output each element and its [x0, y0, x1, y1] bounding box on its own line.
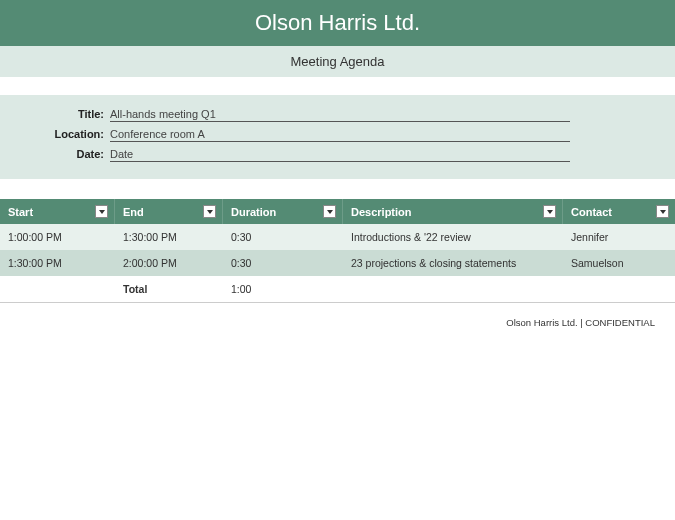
cell-description: 23 projections & closing statements — [343, 250, 563, 276]
cell-total-contact — [563, 276, 675, 302]
meta-value-date[interactable]: Date — [110, 148, 570, 162]
filter-dropdown-icon[interactable] — [656, 205, 669, 218]
table-row[interactable]: 1:00:00 PM 1:30:00 PM 0:30 Introductions… — [0, 224, 675, 250]
col-header-start: Start — [0, 199, 115, 224]
col-header-end: End — [115, 199, 223, 224]
col-header-duration: Duration — [223, 199, 343, 224]
col-header-description-label: Description — [351, 206, 412, 218]
cell-description: Introductions & '22 review — [343, 224, 563, 250]
col-header-duration-label: Duration — [231, 206, 276, 218]
page-subtitle: Meeting Agenda — [0, 46, 675, 77]
cell-contact: Jennifer — [563, 224, 675, 250]
agenda-table: Start End Duration Description Contact 1… — [0, 199, 675, 303]
meta-row-location: Location: Conference room A — [0, 125, 675, 145]
meta-label-date: Date: — [0, 148, 110, 160]
col-header-start-label: Start — [8, 206, 33, 218]
meta-row-date: Date: Date — [0, 145, 675, 165]
col-header-end-label: End — [123, 206, 144, 218]
filter-dropdown-icon[interactable] — [543, 205, 556, 218]
cell-total-duration: 1:00 — [223, 276, 343, 302]
col-header-contact: Contact — [563, 199, 675, 224]
meta-row-title: Title: All-hands meeting Q1 — [0, 105, 675, 125]
cell-end: 1:30:00 PM — [115, 224, 223, 250]
meta-label-location: Location: — [0, 128, 110, 140]
table-row[interactable]: 1:30:00 PM 2:00:00 PM 0:30 23 projection… — [0, 250, 675, 276]
cell-total-desc — [343, 276, 563, 302]
cell-duration: 0:30 — [223, 250, 343, 276]
meeting-meta-block: Title: All-hands meeting Q1 Location: Co… — [0, 95, 675, 179]
cell-start: 1:30:00 PM — [0, 250, 115, 276]
col-header-contact-label: Contact — [571, 206, 612, 218]
cell-start: 1:00:00 PM — [0, 224, 115, 250]
cell-total-start — [0, 276, 115, 302]
meta-value-location[interactable]: Conference room A — [110, 128, 570, 142]
table-total-row: Total 1:00 — [0, 276, 675, 303]
filter-dropdown-icon[interactable] — [95, 205, 108, 218]
company-header: Olson Harris Ltd. — [0, 0, 675, 46]
footer-confidential: Olson Harris Ltd. | CONFIDENTIAL — [0, 303, 675, 328]
cell-contact: Samuelson — [563, 250, 675, 276]
col-header-description: Description — [343, 199, 563, 224]
filter-dropdown-icon[interactable] — [323, 205, 336, 218]
cell-duration: 0:30 — [223, 224, 343, 250]
cell-total-label: Total — [115, 276, 223, 302]
cell-end: 2:00:00 PM — [115, 250, 223, 276]
filter-dropdown-icon[interactable] — [203, 205, 216, 218]
table-header-row: Start End Duration Description Contact — [0, 199, 675, 224]
meta-label-title: Title: — [0, 108, 110, 120]
meta-value-title[interactable]: All-hands meeting Q1 — [110, 108, 570, 122]
